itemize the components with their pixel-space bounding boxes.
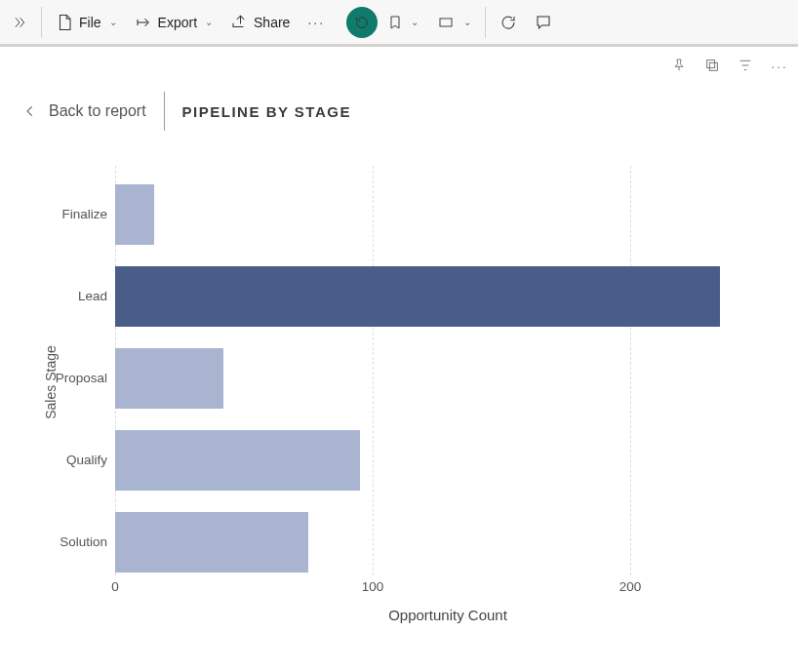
visual-actions: ···	[0, 47, 798, 82]
chevron-down-icon: ⌄	[109, 17, 117, 27]
ellipsis-icon: ···	[307, 15, 325, 30]
visual-header: Back to report Pipeline by Stage	[0, 82, 798, 148]
chevron-down-icon: ⌄	[463, 17, 471, 27]
category-label: Solution	[29, 534, 107, 549]
share-button[interactable]: Share	[222, 5, 298, 40]
pin-button[interactable]	[671, 58, 687, 76]
more-button[interactable]: ···	[299, 5, 333, 40]
export-icon	[135, 14, 152, 31]
bar-lead[interactable]	[115, 266, 720, 327]
comment-icon	[535, 14, 552, 31]
bar-solution[interactable]	[115, 512, 308, 573]
export-label: Export	[158, 15, 197, 30]
copy-button[interactable]	[704, 58, 720, 76]
svg-rect-1	[710, 62, 718, 70]
file-menu[interactable]: File ⌄	[48, 5, 125, 40]
divider	[41, 7, 42, 38]
bar-finalize[interactable]	[115, 184, 154, 245]
more-options-button[interactable]: ···	[771, 59, 788, 74]
reset-button[interactable]	[346, 7, 378, 38]
rectangle-icon	[436, 15, 456, 30]
grid-line	[373, 166, 374, 575]
refresh-icon	[499, 14, 517, 31]
divider	[164, 92, 165, 131]
x-tick-label: 0	[111, 579, 119, 594]
bookmark-icon	[387, 14, 403, 31]
refresh-icon	[354, 15, 370, 30]
app-toolbar: File ⌄ Export ⌄ Share ··· ⌄ ⌄	[0, 0, 798, 47]
refresh-button[interactable]	[492, 5, 525, 40]
category-label: Finalize	[29, 207, 107, 221]
category-label: Proposal	[29, 371, 107, 385]
back-to-report-button[interactable]: Back to report	[23, 102, 146, 120]
share-label: Share	[254, 15, 290, 30]
chevron-double-right-icon	[12, 15, 27, 30]
file-label: File	[79, 15, 101, 30]
grid-line	[630, 166, 631, 575]
bookmark-menu[interactable]: ⌄	[379, 5, 426, 40]
chart: Sales Stage Opportunity Count 0100200Fin…	[29, 158, 780, 607]
x-tick-label: 200	[619, 579, 642, 594]
visual-title: Pipeline by Stage	[182, 103, 351, 120]
divider	[485, 7, 486, 38]
file-icon	[56, 14, 73, 31]
chevron-down-icon: ⌄	[205, 17, 213, 27]
category-label: Qualify	[29, 453, 107, 467]
comment-button[interactable]	[527, 5, 560, 40]
share-icon	[230, 14, 248, 31]
svg-rect-0	[440, 19, 452, 26]
bar-qualify[interactable]	[115, 430, 360, 491]
category-label: Lead	[29, 289, 107, 303]
bar-proposal[interactable]	[115, 348, 223, 409]
view-menu[interactable]: ⌄	[428, 5, 479, 40]
filter-button[interactable]	[738, 58, 753, 76]
chevron-down-icon: ⌄	[411, 17, 419, 27]
expand-button[interactable]	[4, 5, 35, 40]
back-label: Back to report	[49, 102, 146, 120]
export-menu[interactable]: Export ⌄	[127, 5, 220, 40]
x-tick-label: 100	[362, 579, 384, 594]
x-axis-title: Opportunity Count	[115, 607, 780, 623]
svg-rect-2	[707, 59, 715, 67]
plot-area	[115, 166, 759, 575]
